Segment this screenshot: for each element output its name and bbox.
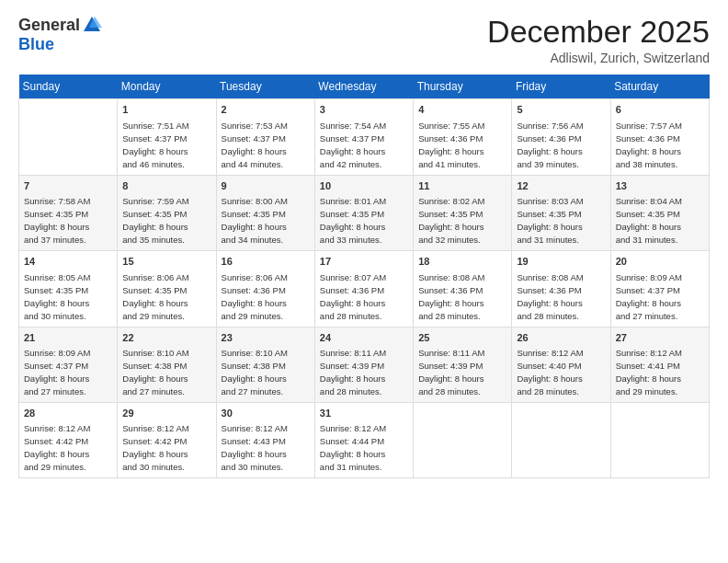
daylight-text: and 37 minutes. xyxy=(24,235,86,245)
sunset-text: Sunset: 4:42 PM xyxy=(24,436,88,446)
page-subtitle: Adliswil, Zurich, Switzerland xyxy=(487,51,710,65)
daylight-text: Daylight: 8 hours xyxy=(320,298,385,308)
sunrise-text: Sunrise: 7:59 AM xyxy=(122,196,188,206)
daylight-text: Daylight: 8 hours xyxy=(517,222,582,232)
day-number: 23 xyxy=(222,331,310,345)
day-number: 3 xyxy=(320,103,408,117)
daylight-text: Daylight: 8 hours xyxy=(24,298,89,308)
sunset-text: Sunset: 4:35 PM xyxy=(24,285,88,295)
daylight-text: Daylight: 8 hours xyxy=(320,146,385,156)
sunset-text: Sunset: 4:37 PM xyxy=(616,285,680,295)
sunset-text: Sunset: 4:44 PM xyxy=(320,436,384,446)
daylight-text: Daylight: 8 hours xyxy=(418,146,483,156)
sunrise-text: Sunrise: 7:54 AM xyxy=(320,121,386,131)
daylight-text: Daylight: 8 hours xyxy=(616,373,681,384)
title-section: December 2025 Adliswil, Zurich, Switzerl… xyxy=(487,15,710,65)
calendar-cell: 1Sunrise: 7:51 AMSunset: 4:37 PMDaylight… xyxy=(118,99,216,175)
daylight-text: and 29 minutes. xyxy=(24,462,86,472)
daylight-text: Daylight: 8 hours xyxy=(24,222,89,232)
day-of-week-header: Saturday xyxy=(610,75,709,99)
day-number: 15 xyxy=(122,255,210,269)
daylight-text: and 42 minutes. xyxy=(320,159,382,169)
day-number: 1 xyxy=(122,103,210,117)
day-number: 5 xyxy=(517,103,605,117)
calendar-cell: 11Sunrise: 8:02 AMSunset: 4:35 PMDayligh… xyxy=(414,175,512,250)
calendar-cell: 31Sunrise: 8:12 AMSunset: 4:44 PMDayligh… xyxy=(314,402,413,477)
sunset-text: Sunset: 4:40 PM xyxy=(517,361,581,371)
day-number: 16 xyxy=(222,255,310,269)
calendar-header-row: SundayMondayTuesdayWednesdayThursdayFrid… xyxy=(19,75,710,99)
header: General Blue December 2025 Adliswil, Zur… xyxy=(18,15,710,65)
daylight-text: and 27 minutes. xyxy=(222,386,284,396)
daylight-text: and 38 minutes. xyxy=(616,159,678,169)
calendar-cell: 20Sunrise: 8:09 AMSunset: 4:37 PMDayligh… xyxy=(610,251,709,327)
calendar-cell: 15Sunrise: 8:06 AMSunset: 4:35 PMDayligh… xyxy=(118,251,216,327)
daylight-text: Daylight: 8 hours xyxy=(320,373,385,384)
daylight-text: and 28 minutes. xyxy=(320,311,382,321)
day-number: 30 xyxy=(222,407,310,420)
daylight-text: Daylight: 8 hours xyxy=(320,222,385,232)
daylight-text: and 31 minutes. xyxy=(320,462,382,472)
daylight-text: Daylight: 8 hours xyxy=(24,449,89,459)
daylight-text: and 27 minutes. xyxy=(122,386,185,396)
calendar-cell: 13Sunrise: 8:04 AMSunset: 4:35 PMDayligh… xyxy=(610,175,709,250)
sunrise-text: Sunrise: 7:55 AM xyxy=(418,121,484,131)
daylight-text: Daylight: 8 hours xyxy=(122,222,188,232)
logo: General Blue xyxy=(18,15,102,54)
day-of-week-header: Sunday xyxy=(19,75,118,99)
day-number: 20 xyxy=(616,255,704,269)
sunset-text: Sunset: 4:35 PM xyxy=(122,285,187,295)
daylight-text: and 28 minutes. xyxy=(517,386,579,396)
sunset-text: Sunset: 4:35 PM xyxy=(24,209,88,219)
daylight-text: and 46 minutes. xyxy=(122,159,185,169)
daylight-text: and 35 minutes. xyxy=(122,235,185,245)
day-number: 8 xyxy=(122,179,210,193)
calendar-week-row: 7Sunrise: 7:58 AMSunset: 4:35 PMDaylight… xyxy=(19,175,710,250)
calendar-cell: 21Sunrise: 8:09 AMSunset: 4:37 PMDayligh… xyxy=(19,327,118,402)
day-number: 4 xyxy=(418,103,506,117)
daylight-text: and 29 minutes. xyxy=(616,386,678,396)
calendar-cell: 3Sunrise: 7:54 AMSunset: 4:37 PMDaylight… xyxy=(314,99,413,175)
calendar-week-row: 28Sunrise: 8:12 AMSunset: 4:42 PMDayligh… xyxy=(19,402,710,477)
calendar-cell: 14Sunrise: 8:05 AMSunset: 4:35 PMDayligh… xyxy=(19,251,118,327)
sunrise-text: Sunrise: 8:06 AM xyxy=(222,272,288,282)
daylight-text: Daylight: 8 hours xyxy=(222,298,287,308)
calendar-cell: 16Sunrise: 8:06 AMSunset: 4:36 PMDayligh… xyxy=(216,251,314,327)
sunrise-text: Sunrise: 8:11 AM xyxy=(320,348,386,358)
daylight-text: Daylight: 8 hours xyxy=(222,146,287,156)
calendar-cell: 2Sunrise: 7:53 AMSunset: 4:37 PMDaylight… xyxy=(216,99,314,175)
sunset-text: Sunset: 4:35 PM xyxy=(122,209,187,219)
sunrise-text: Sunrise: 8:11 AM xyxy=(418,348,484,358)
daylight-text: Daylight: 8 hours xyxy=(616,298,681,308)
daylight-text: Daylight: 8 hours xyxy=(517,298,582,308)
page: General Blue December 2025 Adliswil, Zur… xyxy=(0,0,728,563)
page-title: December 2025 xyxy=(487,15,710,49)
daylight-text: and 27 minutes. xyxy=(616,311,678,321)
sunrise-text: Sunrise: 8:04 AM xyxy=(616,196,682,206)
calendar-cell: 19Sunrise: 8:08 AMSunset: 4:36 PMDayligh… xyxy=(512,251,610,327)
sunrise-text: Sunrise: 8:06 AM xyxy=(122,272,188,282)
sunset-text: Sunset: 4:41 PM xyxy=(616,361,680,371)
sunset-text: Sunset: 4:35 PM xyxy=(517,209,581,219)
sunrise-text: Sunrise: 7:51 AM xyxy=(122,121,188,131)
sunrise-text: Sunrise: 8:00 AM xyxy=(222,196,288,206)
calendar-cell: 26Sunrise: 8:12 AMSunset: 4:40 PMDayligh… xyxy=(512,327,610,402)
calendar-cell: 5Sunrise: 7:56 AMSunset: 4:36 PMDaylight… xyxy=(512,99,610,175)
sunset-text: Sunset: 4:37 PM xyxy=(24,361,88,371)
daylight-text: Daylight: 8 hours xyxy=(616,222,681,232)
calendar-week-row: 14Sunrise: 8:05 AMSunset: 4:35 PMDayligh… xyxy=(19,251,710,327)
day-number: 18 xyxy=(418,255,506,269)
daylight-text: Daylight: 8 hours xyxy=(222,449,287,459)
day-of-week-header: Tuesday xyxy=(216,75,314,99)
calendar-cell xyxy=(19,99,118,175)
day-number: 7 xyxy=(24,179,112,193)
day-number: 13 xyxy=(616,179,704,193)
daylight-text: and 27 minutes. xyxy=(24,386,86,396)
calendar-cell: 30Sunrise: 8:12 AMSunset: 4:43 PMDayligh… xyxy=(216,402,314,477)
day-of-week-header: Wednesday xyxy=(314,75,413,99)
daylight-text: and 41 minutes. xyxy=(418,159,481,169)
daylight-text: Daylight: 8 hours xyxy=(24,373,89,384)
calendar-cell xyxy=(414,402,512,477)
sunset-text: Sunset: 4:36 PM xyxy=(517,285,581,295)
daylight-text: Daylight: 8 hours xyxy=(122,146,188,156)
